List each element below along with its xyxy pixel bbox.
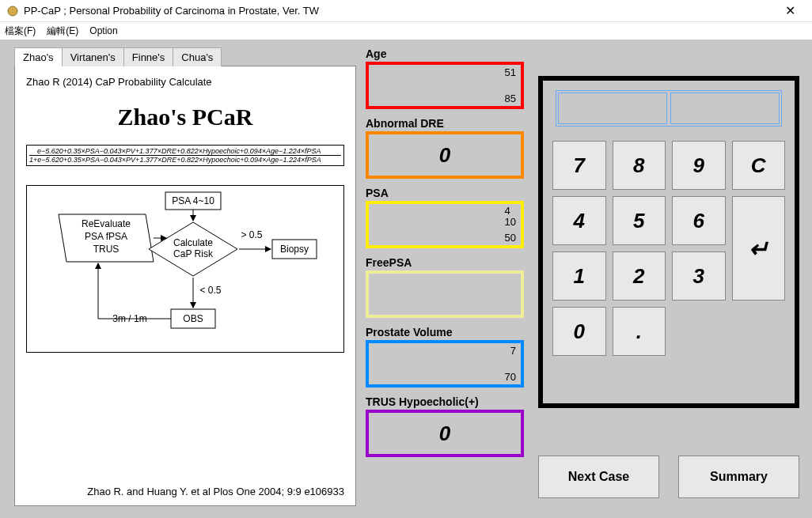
next-case-button[interactable]: Next Case [538,456,659,498]
field-dre-box[interactable]: 0 [366,131,524,179]
flow-calc-1: Calculate [173,237,213,248]
field-age-bot: 85 [505,93,516,104]
flowchart: PSA 4~10 ReEvaluate PSA fPSA TRUS Calcul… [26,185,344,353]
key-6[interactable]: 6 [672,196,726,245]
reference-line: Zhao R (2014) CaP Probability Calculate [26,76,344,88]
field-pv-top: 7 [510,345,516,357]
tab-zhao[interactable]: Zhao's [14,47,63,66]
tab-finne[interactable]: Finne's [123,47,174,66]
field-fpsa-label: FreePSA [366,256,524,269]
menu-option[interactable]: Option [89,25,117,36]
field-pv-bot: 70 [505,371,516,383]
key-4[interactable]: 4 [552,196,606,245]
formula-box: e−5.620+0.35×PSA−0.043×PV+1.377×DRE+0.82… [26,145,344,166]
key-5[interactable]: 5 [613,196,666,245]
flow-gt: > 0.5 [241,229,262,240]
summary-button[interactable]: Summary [678,456,799,498]
flow-obs: OBS [183,313,203,324]
field-age-label: Age [366,47,524,60]
menu-file[interactable]: 檔案(F) [5,25,36,38]
field-psa-top: 4 10 [505,206,516,229]
tabstrip: Zhao's Virtanen's Finne's Chua's [14,47,221,66]
citation: Zhao R. and Huang Y. et al Plos One 2004… [15,486,344,497]
input-fields: Age 51 85 Abnormal DRE 0 PSA 4 10 50 Fre… [366,47,524,465]
key-clear[interactable]: C [732,141,786,190]
flow-lt: < 0.5 [199,285,221,296]
flow-biopsy: Biopsy [280,244,309,255]
key-2[interactable]: 2 [613,251,666,301]
field-psa-label: PSA [366,187,524,199]
flow-psa-range: PSA 4~10 [172,195,214,206]
field-dre: Abnormal DRE 0 [366,117,524,179]
display-right [670,93,780,124]
menu-edit[interactable]: 編輯(E) [47,25,78,38]
calculator-display [556,90,782,127]
field-psa: PSA 4 10 50 [366,187,524,248]
field-trus-value: 0 [369,413,521,454]
calculator-frame: 7 8 9 C 4 5 6 ↵ 1 2 3 0 . [538,76,799,408]
action-buttons: Next Case Summary [538,456,799,498]
key-1[interactable]: 1 [552,251,606,301]
menubar: 檔案(F) 編輯(E) Option [0,22,812,40]
flow-reeval-2: PSA fPSA [85,231,127,242]
field-fpsa: FreePSA [366,256,524,318]
tab-virtanen[interactable]: Virtanen's [62,47,124,66]
field-fpsa-box[interactable] [366,270,524,318]
close-button[interactable]: ✕ [774,3,806,18]
field-psa-bot: 50 [505,232,516,244]
tab-chua[interactable]: Chua's [173,47,222,66]
key-0[interactable]: 0 [552,307,606,356]
field-trus-box[interactable]: 0 [366,410,524,457]
key-dot[interactable]: . [613,307,666,356]
display-left [558,93,667,124]
field-pv-box[interactable]: 7 70 [366,340,524,388]
key-3[interactable]: 3 [672,251,726,301]
svg-point-0 [8,6,17,16]
field-age-top: 51 [505,66,516,78]
flow-reeval-3: TRUS [93,244,120,255]
field-pv: Prostate Volume 7 70 [366,326,524,388]
field-pv-label: Prostate Volume [366,326,524,338]
panel-title: Zhao's PCaR [26,104,344,130]
flow-calc-2: CaP Risk [173,248,214,259]
key-enter[interactable]: ↵ [732,196,786,301]
formula-numerator: e−5.620+0.35×PSA−0.043×PV+1.377×DRE+0.82… [29,147,341,155]
field-trus-label: TRUS Hypoecholic(+) [366,395,524,408]
field-psa-box[interactable]: 4 10 50 [366,201,524,248]
key-9[interactable]: 9 [672,141,726,190]
titlebar: PP-CaP ; Personal Probability of Carcino… [0,0,812,22]
field-trus: TRUS Hypoecholic(+) 0 [366,395,524,457]
key-7[interactable]: 7 [552,141,606,190]
flow-reeval-1: ReEvaluate [82,218,131,229]
field-age: Age 51 85 [366,47,524,109]
info-panel: Zhao R (2014) CaP Probability Calculate … [14,66,356,506]
app-icon [6,5,19,17]
field-dre-label: Abnormal DRE [366,117,524,130]
key-8[interactable]: 8 [613,141,666,190]
field-dre-value: 0 [369,134,521,176]
field-age-box[interactable]: 51 85 [366,62,524,109]
window-title: PP-CaP ; Personal Probability of Carcino… [24,5,774,17]
formula-denominator: 1+e−5.620+0.35×PSA−0.043×PV+1.377×DRE+0.… [29,155,341,164]
